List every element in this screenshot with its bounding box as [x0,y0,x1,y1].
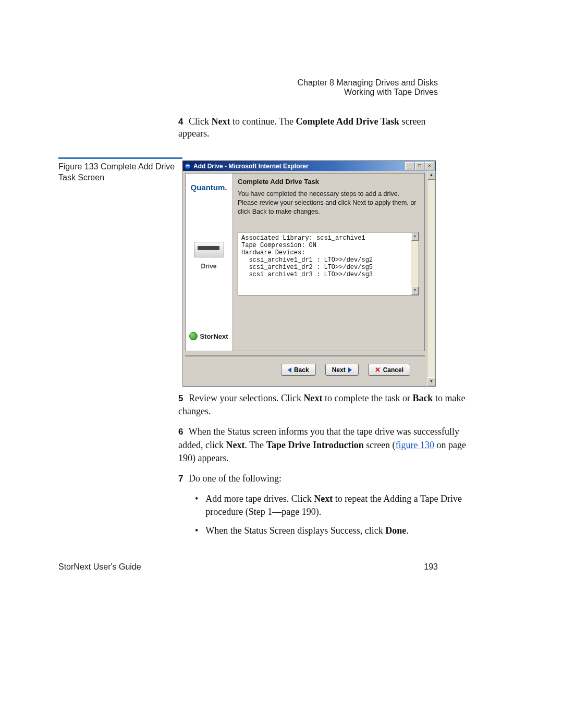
settings-textarea[interactable]: Associated Library: scsi_archive1 Tape C… [238,232,419,295]
step6-b: . The [244,440,266,450]
step5-b: to complete the task or [322,393,412,403]
footer-guide: StorNext User's Guide [58,562,141,572]
b2-a: When the Status Screen displays Success,… [205,525,385,536]
footer-page-number: 193 [424,562,438,572]
globe-icon [189,332,198,340]
step7-a: Do one of the following: [189,473,282,484]
body-text: 5 Review your selections. Click Next to … [178,392,480,542]
back-button[interactable]: Back [281,364,316,376]
b1-a: Add more tape drives. Click [205,493,314,504]
header-section: Working with Tape Drives [298,88,438,97]
back-button-label: Back [294,366,309,374]
quantum-logo: Quantum. [190,183,227,192]
drive-illustration [192,239,226,260]
figure-130-link[interactable]: figure 130 [396,440,434,450]
dialog-buttons: Back Next ✕ Cancel [185,355,425,384]
step-6: 6 When the Status screen informs you tha… [178,425,480,465]
step5-next: Next [303,393,322,403]
page-header: Chapter 8 Managing Drives and Disks Work… [298,78,438,97]
x-icon: ✕ [375,366,381,374]
step-4-text-b: to continue. The [230,116,296,127]
scroll-down-icon[interactable]: ▼ [411,287,419,295]
cancel-button-label: Cancel [383,366,403,374]
window-scrollbar[interactable]: ▲ ▼ [427,171,435,386]
step6-c: screen ( [364,440,396,450]
settings-content: Associated Library: scsi_archive1 Tape C… [241,235,373,278]
drive-label: Drive [201,263,216,270]
scroll-up-icon[interactable]: ▲ [411,232,419,241]
arrow-left-icon [288,367,291,373]
dialog-sidebar: Quantum. Drive StorNext [186,174,232,351]
window-title: Add Drive - Microsoft Internet Explorer [193,163,405,170]
step-4-next: Next [211,116,230,127]
window-body: Quantum. Drive StorNext Comple [182,171,436,387]
b1-next: Next [314,493,333,504]
step-5-number: 5 [178,393,183,403]
stornext-text: StorNext [200,332,228,340]
step-6-number: 6 [178,427,183,437]
next-button-label: Next [332,366,346,374]
quantum-text: Quantum [190,183,225,192]
window-scroll-down-icon[interactable]: ▼ [427,377,435,386]
maximize-button[interactable]: □ [415,162,424,170]
b2-b: . [406,525,409,536]
b2-done: Done [385,525,406,536]
figure-caption-rule [58,157,182,159]
cancel-button[interactable]: ✕ Cancel [368,364,410,376]
step6-screen: Tape Drive Introduction [266,440,364,450]
step-7-bullet-1: • Add more tape drives. Click Next to re… [195,492,480,519]
step-5: 5 Review your selections. Click Next to … [178,392,480,418]
step-7-bullet-2: • When the Status Screen displays Succes… [195,524,480,537]
bullet-dot-1: • [195,492,198,519]
step-7: 7 Do one of the following: [178,472,480,485]
step-7-number: 7 [178,474,183,484]
step-4-screen: Complete Add Drive Task [296,116,400,127]
step5-back: Back [412,393,433,403]
step-4-number: 4 [178,117,183,127]
minimize-button[interactable]: _ [405,162,414,170]
settings-scrollbar[interactable]: ▲ ▼ [411,232,419,295]
step6-next: Next [226,440,244,450]
header-chapter: Chapter 8 Managing Drives and Disks [298,78,438,88]
window-titlebar[interactable]: Add Drive - Microsoft Internet Explorer … [182,161,436,171]
quantum-dot: . [225,183,227,192]
step5-a: Review your selections. Click [189,393,303,403]
step-4: 4 Click Next to continue. The Complete A… [178,116,438,140]
window-scroll-up-icon[interactable]: ▲ [427,171,435,180]
bullet-dot-2: • [195,524,198,537]
figure-caption: Figure 133 Complete Add Drive Task Scree… [58,162,178,183]
close-button[interactable]: × [425,162,434,170]
step-4-text-a: Click [189,116,212,127]
task-title: Complete Add Drive Task [238,178,419,186]
arrow-right-icon [348,367,352,373]
ie-icon [184,163,191,170]
dialog-main: Complete Add Drive Task You have complet… [232,174,424,351]
ie-window: Add Drive - Microsoft Internet Explorer … [182,161,436,387]
task-description: You have completed the necessary steps t… [238,190,419,216]
next-button[interactable]: Next [325,364,359,376]
stornext-brand: StorNext [189,332,228,340]
